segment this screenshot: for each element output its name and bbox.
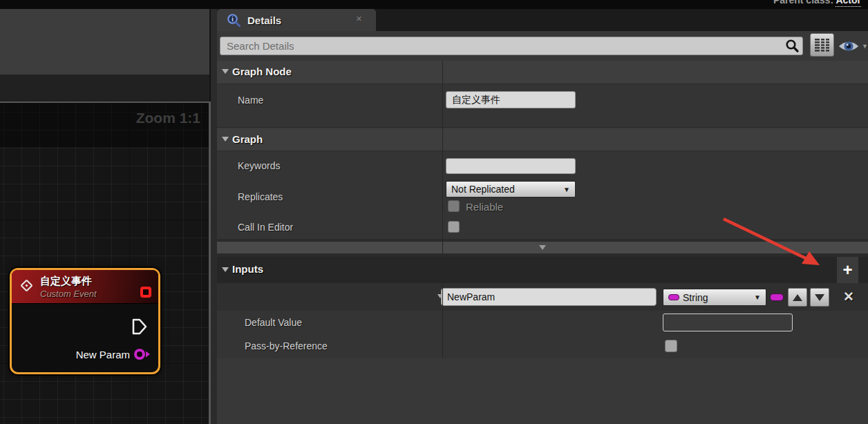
view-options-button[interactable]: ▼ (838, 37, 868, 55)
delegate-square-pin[interactable] (140, 287, 151, 298)
param-type-value: String (683, 292, 708, 303)
node-body: New Param (12, 304, 158, 372)
call-in-editor-label: Call In Editor (238, 222, 293, 233)
left-empty-panel (0, 9, 209, 75)
search-icon (785, 39, 800, 53)
default-value-input[interactable] (663, 314, 793, 331)
unreal-blueprint-editor: Parent class: Actor Zoom 1:1 自定义事件 Custo… (0, 0, 868, 424)
tab-details[interactable]: i Details ✕ (217, 9, 376, 31)
node-header[interactable]: 自定义事件 Custom Event (12, 270, 158, 304)
parent-class-label: Parent class: (773, 0, 833, 6)
expand-arrow-icon (222, 69, 229, 74)
section-header-inputs[interactable]: Inputs + (217, 257, 868, 283)
top-bar: Parent class: Actor (0, 0, 868, 9)
custom-event-node[interactable]: 自定义事件 Custom Event New Param (10, 268, 160, 374)
default-value-label: Default Value (245, 317, 302, 328)
column-divider[interactable] (442, 61, 443, 358)
table-grid-icon (815, 39, 829, 52)
graph-tab-strip (0, 75, 209, 102)
blueprint-graph-canvas[interactable]: Zoom 1:1 自定义事件 Custom Event New Param (0, 102, 211, 424)
down-arrow-icon (815, 294, 824, 301)
move-param-down-button[interactable] (810, 288, 829, 307)
display-filter-button[interactable] (810, 33, 834, 57)
move-param-up-button[interactable] (788, 288, 807, 307)
custom-event-icon (20, 279, 32, 291)
section-title: Graph (232, 133, 263, 145)
details-info-icon: i (227, 13, 241, 28)
parent-class-info: Parent class: Actor (773, 0, 861, 6)
section-header-graph-node[interactable]: Graph Node (217, 61, 868, 84)
keywords-input[interactable] (446, 158, 576, 174)
output-param-row: New Param (76, 348, 151, 360)
tab-bar: i Details ✕ (217, 9, 868, 31)
replicates-value: Not Replicated (451, 184, 515, 195)
expand-arrow-icon (222, 267, 229, 272)
name-label: Name (238, 95, 263, 106)
replicates-label: Replicates (238, 191, 283, 202)
search-row: ▼ (217, 31, 868, 61)
string-type-pill-icon (668, 294, 679, 300)
name-input[interactable] (446, 91, 576, 108)
container-type-pill-button[interactable] (770, 293, 784, 301)
add-input-button[interactable]: + (837, 257, 858, 283)
pass-by-reference-label: Pass-by-Reference (245, 340, 328, 351)
close-tab-icon[interactable]: ✕ (356, 15, 362, 23)
parent-class-link[interactable]: Actor (836, 0, 861, 7)
advanced-expander-bar[interactable] (217, 242, 868, 253)
zoom-level-indicator: Zoom 1:1 (136, 110, 200, 126)
section-title: Graph Node (232, 66, 292, 77)
pass-by-reference-checkbox[interactable] (665, 340, 677, 352)
search-box (220, 37, 803, 55)
reliable-checkbox[interactable] (448, 200, 460, 212)
chevron-down-icon: ▼ (563, 186, 570, 193)
caret-down-icon: ▼ (862, 43, 868, 50)
replicates-dropdown[interactable]: Not Replicated ▼ (446, 181, 576, 197)
details-panel: i Details ✕ (217, 9, 868, 424)
chevron-down-icon: ▼ (754, 293, 761, 301)
section-title: Inputs (232, 263, 263, 275)
keywords-label: Keywords (238, 160, 280, 171)
expand-arrow-icon (222, 137, 229, 142)
param-pin-label: New Param (76, 349, 130, 360)
param-name-input[interactable] (441, 288, 657, 306)
up-arrow-icon (793, 294, 802, 301)
exec-output-pin[interactable] (131, 318, 148, 336)
node-subtitle: Custom Event (40, 289, 97, 299)
tab-label: Details (247, 15, 281, 26)
section-header-graph[interactable]: Graph (217, 128, 868, 151)
param-type-dropdown[interactable]: String ▼ (663, 289, 766, 306)
panel-splitter[interactable] (211, 9, 217, 424)
search-details-input[interactable] (220, 37, 803, 55)
string-output-pin[interactable] (133, 348, 151, 360)
svg-text:i: i (232, 16, 234, 23)
node-title: 自定义事件 (40, 275, 92, 288)
eye-icon (838, 38, 860, 55)
call-in-editor-checkbox[interactable] (448, 221, 460, 233)
reliable-label: Reliable (466, 201, 503, 213)
remove-param-button[interactable]: ✕ (843, 289, 854, 305)
expander-arrow-icon (539, 245, 546, 250)
